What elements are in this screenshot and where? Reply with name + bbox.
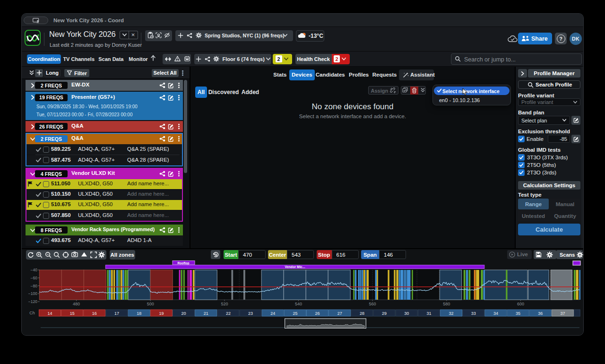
svg-text:16: 16 [92,311,97,316]
svg-text:27: 27 [337,311,342,316]
svg-text:−120: −120 [28,299,37,304]
svg-text:32: 32 [449,311,454,316]
svg-text:17: 17 [114,311,119,316]
svg-text:14: 14 [47,311,52,316]
svg-text:35: 35 [516,311,520,316]
svg-text:Vendor Mic...: Vendor Mic... [285,265,305,269]
svg-text:29: 29 [382,311,387,316]
svg-text:24: 24 [270,311,275,316]
svg-text:Rooftop: Rooftop [178,261,190,265]
svg-text:31: 31 [426,311,431,316]
svg-text:−60: −60 [31,276,38,280]
svg-text:−40: −40 [31,268,38,272]
svg-text:Ch: Ch [29,311,35,315]
svg-text:19: 19 [159,311,164,316]
svg-text:36: 36 [538,311,543,316]
svg-text:−80: −80 [31,284,38,288]
svg-text:26: 26 [315,311,320,316]
svg-text:37: 37 [560,311,565,316]
svg-text:540: 540 [295,302,302,306]
svg-text:20: 20 [181,311,186,316]
svg-text:15: 15 [70,311,75,316]
svg-text:−100: −100 [28,291,37,296]
svg-text:500: 500 [147,302,154,306]
svg-text:34: 34 [493,311,498,316]
svg-text:560: 560 [369,302,376,306]
svg-text:25: 25 [293,311,297,316]
svg-text:28: 28 [360,311,364,316]
svg-text:480: 480 [73,302,80,306]
svg-text:33: 33 [471,311,476,316]
svg-text:600: 600 [517,302,524,306]
svg-text:30: 30 [404,311,409,316]
svg-text:21: 21 [204,311,208,316]
svg-text:520: 520 [221,302,228,306]
svg-text:580: 580 [443,302,450,306]
svg-text:18: 18 [137,311,141,316]
svg-text:23: 23 [248,311,253,316]
svg-text:22: 22 [226,311,231,316]
